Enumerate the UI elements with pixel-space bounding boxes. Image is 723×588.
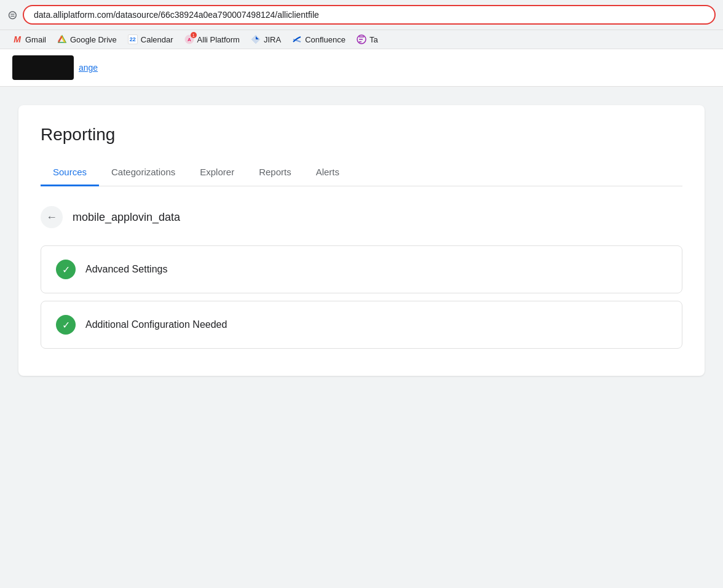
topbar-link[interactable]: ange (79, 63, 98, 73)
bookmark-alli[interactable]: A 1 Alli Platform (180, 33, 245, 46)
settings-item-additional[interactable]: ✓ Additional Configuration Needed (41, 301, 682, 349)
bookmark-confluence[interactable]: Confluence (287, 33, 350, 46)
menu-icon[interactable]: ⊜ (7, 7, 18, 22)
ta-icon (357, 34, 366, 44)
back-row: ← mobile_applovin_data (41, 206, 682, 228)
tab-alerts[interactable]: Alerts (304, 159, 352, 186)
back-button[interactable]: ← (41, 206, 63, 228)
page-title: Reporting (41, 125, 682, 145)
tabs-bar: Sources Categorizations Explorer Reports… (41, 159, 682, 186)
tab-reports[interactable]: Reports (247, 159, 304, 186)
address-bar-text: data.alliplatform.com/datasource/66c3892… (34, 10, 319, 20)
bookmark-gdrive-label: Google Drive (70, 35, 117, 44)
app-logo (12, 55, 74, 80)
alli-icon: A 1 (184, 34, 194, 44)
bookmark-gdrive[interactable]: Google Drive (52, 33, 122, 46)
app-topbar: ange (0, 49, 723, 87)
svg-text:A: A (188, 37, 191, 42)
main-content: Reporting Sources Categorizations Explor… (0, 87, 723, 394)
settings-list: ✓ Advanced Settings ✓ Additional Configu… (41, 245, 682, 356)
calendar-icon: 22 (128, 34, 138, 44)
tab-explorer[interactable]: Explorer (188, 159, 247, 186)
reporting-card: Reporting Sources Categorizations Explor… (18, 105, 705, 376)
bookmark-gmail[interactable]: M Gmail (7, 33, 51, 46)
jira-icon (251, 34, 261, 44)
bookmark-calendar-label: Calendar (141, 35, 173, 44)
settings-item-label-additional: Additional Configuration Needed (85, 319, 227, 330)
settings-item-advanced[interactable]: ✓ Advanced Settings (41, 245, 682, 293)
bookmark-jira-label: JIRA (264, 35, 281, 44)
bookmark-confluence-label: Confluence (305, 35, 346, 44)
settings-item-label-advanced: Advanced Settings (85, 264, 167, 275)
check-icon-advanced: ✓ (56, 260, 76, 279)
bookmark-ta-label: Ta (369, 35, 378, 44)
bookmark-gmail-label: Gmail (25, 35, 46, 44)
browser-controls: ⊜ (7, 7, 18, 22)
browser-chrome: ⊜ data.alliplatform.com/datasource/66c38… (0, 0, 723, 30)
gdrive-icon (57, 34, 67, 44)
gmail-icon: M (12, 34, 22, 44)
datasource-name: mobile_applovin_data (73, 211, 180, 224)
tab-sources[interactable]: Sources (41, 159, 99, 186)
bookmark-ta[interactable]: Ta (352, 33, 383, 46)
address-bar[interactable]: data.alliplatform.com/datasource/66c3892… (23, 5, 716, 25)
bookmarks-bar: M Gmail Google Drive 22 Calendar A 1 (0, 30, 723, 49)
check-icon-additional: ✓ (56, 315, 76, 335)
confluence-icon (292, 34, 302, 44)
bookmark-jira[interactable]: JIRA (246, 33, 286, 46)
bookmark-calendar[interactable]: 22 Calendar (123, 33, 178, 46)
tab-categorizations[interactable]: Categorizations (99, 159, 188, 186)
bookmark-alli-label: Alli Platform (197, 35, 240, 44)
